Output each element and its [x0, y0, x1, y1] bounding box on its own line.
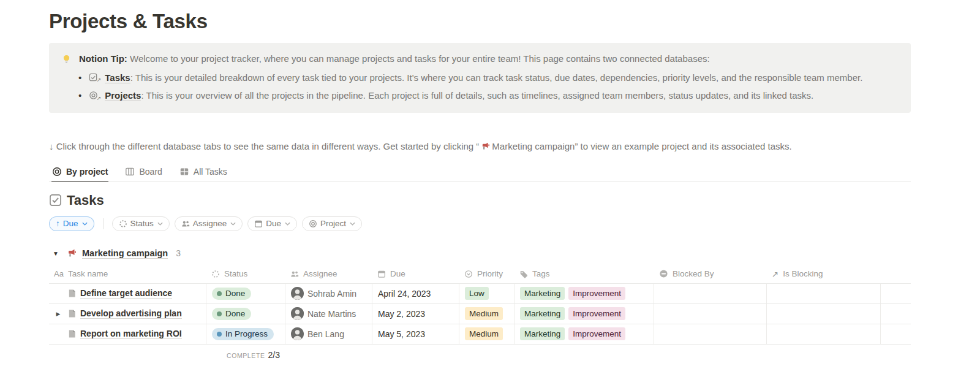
- extra-cell[interactable]: [881, 304, 911, 324]
- sort-chip-due[interactable]: ↑ Due: [49, 216, 94, 231]
- tab-board[interactable]: Board: [124, 164, 162, 181]
- tags-cell[interactable]: MarketingImprovement: [514, 304, 654, 324]
- tag-chip[interactable]: Improvement: [568, 287, 625, 300]
- footer-empty-cell: [459, 345, 514, 365]
- group-name-link[interactable]: Marketing campaign: [82, 248, 168, 259]
- arrow-up-icon: ↑: [56, 219, 60, 228]
- tip-text: Notion Tip: Welcome to your project trac…: [79, 52, 710, 66]
- due-cell[interactable]: May 5, 2023: [372, 324, 459, 344]
- status-dot: [217, 311, 222, 316]
- extra-cell[interactable]: [881, 324, 911, 344]
- filter-chip-assignee[interactable]: Assignee: [175, 216, 243, 231]
- status-cell[interactable]: Done: [206, 284, 285, 303]
- blocked-by-cell[interactable]: [654, 304, 767, 324]
- tag-chip[interactable]: Improvement: [568, 307, 625, 320]
- tasks-db-link[interactable]: Tasks: [105, 72, 130, 83]
- status-pill[interactable]: Done: [212, 288, 251, 300]
- task-name-cell[interactable]: Define target audience: [49, 284, 206, 303]
- extra-cell[interactable]: [881, 284, 911, 303]
- instruction-text: ↓ Click through the different database t…: [49, 141, 911, 153]
- marketing-campaign-link[interactable]: Marketing campaign: [492, 141, 575, 151]
- task-page-link[interactable]: Report on marketing ROI: [80, 329, 182, 339]
- priority-chip[interactable]: Medium: [465, 327, 503, 340]
- column-header-add[interactable]: [881, 265, 911, 283]
- due-cell[interactable]: April 24, 2023: [372, 284, 459, 303]
- tasks-db-title: Tasks: [67, 193, 104, 208]
- column-header-tags[interactable]: Tags: [514, 265, 654, 283]
- tab-all-tasks[interactable]: All Tasks: [179, 164, 228, 181]
- blocked-icon: [659, 269, 668, 278]
- tab-by-project[interactable]: By project: [51, 164, 108, 182]
- group-collapse-toggle[interactable]: ▼: [53, 250, 61, 257]
- page-title: Projects & Tasks: [49, 10, 911, 33]
- column-header-priority[interactable]: Priority: [459, 265, 514, 283]
- footer-empty-cell: [654, 345, 767, 365]
- footer-empty-cell: [767, 345, 881, 365]
- status-cell[interactable]: In Progress: [206, 324, 285, 344]
- status-cell[interactable]: Done: [206, 304, 285, 324]
- tags-cell[interactable]: MarketingImprovement: [514, 324, 654, 344]
- assignee-cell[interactable]: Ben Lang: [285, 324, 372, 344]
- link-arrow-icon: ↗: [97, 94, 102, 103]
- tag-chip[interactable]: Improvement: [568, 327, 625, 340]
- target-icon: [52, 167, 62, 177]
- target-icon: [309, 219, 317, 228]
- column-header-is-blocking[interactable]: ↗Is Blocking: [767, 265, 881, 283]
- task-name-cell[interactable]: Report on marketing ROI: [49, 324, 206, 344]
- priority-cell[interactable]: Medium: [459, 304, 514, 324]
- column-header-task-name[interactable]: AaTask name: [49, 265, 206, 283]
- priority-cell[interactable]: Low: [459, 284, 514, 303]
- filter-chip-due[interactable]: Due: [247, 216, 297, 231]
- assignee-name: Ben Lang: [307, 329, 344, 339]
- status-dot: [217, 291, 222, 296]
- blocked-by-cell[interactable]: [654, 284, 767, 303]
- select-icon: [464, 270, 473, 278]
- page-icon: [67, 309, 77, 318]
- lightbulb-icon: [61, 54, 72, 64]
- status-pill[interactable]: In Progress: [212, 328, 274, 340]
- tags-cell[interactable]: MarketingImprovement: [514, 284, 654, 303]
- column-header-due[interactable]: Due: [372, 265, 459, 283]
- filter-chip-project[interactable]: Project: [302, 216, 362, 231]
- assignee-name: Nate Martins: [307, 309, 356, 319]
- complete-calculation[interactable]: COMPLETE 2/3: [212, 350, 280, 360]
- is-blocking-cell[interactable]: [767, 304, 881, 324]
- assignee-cell[interactable]: Nate Martins: [285, 304, 372, 324]
- tasks-db-header: Tasks: [49, 193, 911, 208]
- blocked-by-cell[interactable]: [654, 324, 767, 344]
- column-header-blocked-by[interactable]: Blocked By: [654, 265, 767, 283]
- tip-bullet-tasks: • ↗ Tasks: This is your detailed breakdo…: [78, 71, 900, 85]
- priority-chip[interactable]: Low: [465, 287, 489, 300]
- table-footer-row: COMPLETE 2/3: [49, 345, 911, 365]
- priority-chip[interactable]: Medium: [465, 307, 503, 320]
- tasks-table: AaTask name Status Assignee Due Priority…: [49, 265, 911, 365]
- is-blocking-cell[interactable]: [767, 324, 881, 344]
- table-row: Define target audience Done Sohrab Amin …: [49, 284, 911, 304]
- table-body: Define target audience Done Sohrab Amin …: [49, 284, 911, 345]
- chip-divider: [103, 218, 104, 229]
- task-page-link[interactable]: Define target audience: [80, 288, 172, 299]
- row-expand-toggle[interactable]: ▶: [53, 311, 64, 317]
- tag-chip[interactable]: Marketing: [520, 307, 565, 320]
- arrow-up-right-icon: ↗: [772, 269, 778, 279]
- tip-label: Notion Tip:: [79, 53, 127, 64]
- projects-db-link[interactable]: Projects: [105, 90, 141, 101]
- column-header-status[interactable]: Status: [206, 265, 285, 283]
- column-header-assignee[interactable]: Assignee: [285, 265, 372, 283]
- assignee-cell[interactable]: Sohrab Amin: [285, 284, 372, 303]
- task-page-link[interactable]: Develop advertising plan: [80, 308, 182, 319]
- footer-task-cell: [49, 345, 206, 365]
- tag-chip[interactable]: Marketing: [520, 327, 565, 340]
- tag-chip[interactable]: Marketing: [520, 287, 565, 300]
- due-cell[interactable]: May 2, 2023: [372, 304, 459, 324]
- filter-chip-status[interactable]: Status: [112, 216, 170, 231]
- is-blocking-cell[interactable]: [767, 284, 881, 303]
- megaphone-icon: [481, 142, 490, 153]
- status-pill[interactable]: Done: [212, 308, 251, 320]
- calendar-icon: [254, 219, 263, 228]
- avatar: [291, 327, 304, 340]
- footer-empty-cell: [372, 345, 459, 365]
- task-name-cell[interactable]: ▶ Develop advertising plan: [49, 304, 206, 324]
- board-icon: [125, 167, 135, 177]
- priority-cell[interactable]: Medium: [459, 324, 514, 344]
